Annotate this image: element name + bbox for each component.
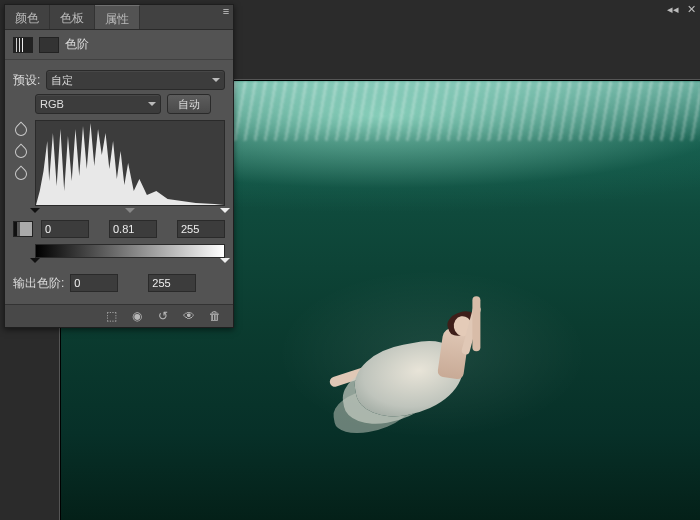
input-gamma-slider[interactable] — [125, 208, 135, 218]
trash-icon[interactable]: 🗑 — [207, 309, 223, 323]
tab-swatches[interactable]: 色板 — [50, 5, 95, 29]
svg-marker-0 — [36, 123, 224, 205]
clip-to-layer-icon[interactable]: ⬚ — [103, 309, 119, 323]
properties-panel: 颜色 色板 属性 ≡ 色阶 预设: 自定 RGB 自动 — [4, 4, 234, 328]
output-white-slider[interactable] — [220, 258, 230, 268]
output-label: 输出色阶: — [13, 275, 64, 292]
input-black-slider[interactable] — [30, 208, 40, 218]
tab-color[interactable]: 颜色 — [5, 5, 50, 29]
input-slider[interactable] — [35, 208, 225, 218]
output-white-field[interactable] — [148, 274, 196, 292]
panel-tabs: 颜色 色板 属性 ≡ — [5, 5, 233, 30]
tab-properties[interactable]: 属性 — [95, 5, 140, 29]
reset-icon[interactable]: ↺ — [155, 309, 171, 323]
preset-select[interactable]: 自定 — [46, 70, 225, 90]
levels-range-icon — [13, 221, 33, 237]
panel-close-icon[interactable]: ✕ — [687, 3, 696, 16]
adjustment-title: 色阶 — [65, 36, 89, 53]
preset-label: 预设: — [13, 72, 40, 89]
output-gradient — [35, 244, 225, 258]
input-white-slider[interactable] — [220, 208, 230, 218]
channel-select[interactable]: RGB — [35, 94, 161, 114]
visibility-icon[interactable]: 👁 — [181, 309, 197, 323]
mask-icon[interactable] — [39, 37, 59, 53]
output-black-slider[interactable] — [30, 258, 40, 268]
input-gamma-field[interactable] — [109, 220, 157, 238]
output-black-field[interactable] — [70, 274, 118, 292]
input-black-field[interactable] — [41, 220, 89, 238]
output-slider[interactable] — [35, 258, 225, 268]
input-white-field[interactable] — [177, 220, 225, 238]
view-previous-icon[interactable]: ◉ — [129, 309, 145, 323]
gray-point-eyedropper-icon[interactable] — [13, 144, 29, 160]
black-point-eyedropper-icon[interactable] — [13, 122, 29, 138]
histogram — [35, 120, 225, 206]
panel-collapse-icon[interactable]: ◂◂ — [667, 3, 679, 16]
panel-footer: ⬚ ◉ ↺ 👁 🗑 — [5, 304, 233, 327]
levels-icon — [13, 37, 33, 53]
panel-menu-icon[interactable]: ≡ — [219, 5, 233, 29]
auto-button[interactable]: 自动 — [167, 94, 211, 114]
white-point-eyedropper-icon[interactable] — [13, 166, 29, 182]
